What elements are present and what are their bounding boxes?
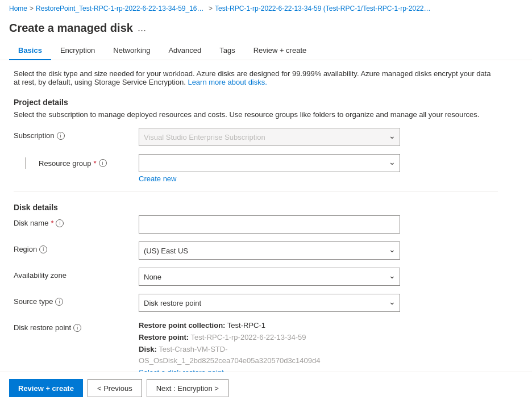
- source-type-info-icon[interactable]: i: [55, 298, 63, 306]
- region-select-wrapper: (US) East US: [139, 241, 400, 260]
- project-details-desc: Select the subscription to manage deploy…: [14, 110, 498, 119]
- more-options-icon[interactable]: ...: [138, 22, 146, 34]
- availability-zone-row: Availability zone None: [14, 268, 498, 286]
- breadcrumb-restore-point[interactable]: RestorePoint_Test-RPC-1-rp-2022-6-22-13-…: [36, 5, 206, 13]
- disk-restore-point-info: Restore point collection: Test-RPC-1 Res…: [139, 320, 400, 379]
- tab-basics[interactable]: Basics: [9, 41, 51, 60]
- resource-group-label-wrap: Resource group * i: [14, 154, 139, 169]
- subscription-row: Subscription i Visual Studio Enterprise …: [14, 128, 498, 146]
- disk-name-info-icon[interactable]: i: [56, 219, 64, 227]
- resource-group-info-icon[interactable]: i: [99, 159, 107, 167]
- main-content: Select the disk type and size needed for…: [0, 60, 512, 404]
- previous-button[interactable]: < Previous: [88, 379, 142, 397]
- page-description: Select the disk type and size needed for…: [14, 69, 498, 86]
- subscription-select[interactable]: Visual Studio Enterprise Subscription: [139, 128, 400, 146]
- tab-encryption[interactable]: Encryption: [51, 41, 104, 60]
- resource-group-row: Resource group * i Create new: [14, 154, 498, 183]
- source-type-label: Source type i: [14, 294, 139, 306]
- review-create-button[interactable]: Review + create: [9, 379, 83, 397]
- tab-networking[interactable]: Networking: [104, 41, 159, 60]
- breadcrumb: Home > RestorePoint_Test-RPC-1-rp-2022-6…: [0, 0, 532, 17]
- tab-tags[interactable]: Tags: [210, 41, 244, 60]
- tab-advanced[interactable]: Advanced: [159, 41, 210, 60]
- disk-name-input[interactable]: [139, 215, 400, 234]
- disk-restore-point-label: Disk restore point i: [14, 320, 139, 332]
- next-button[interactable]: Next : Encryption >: [147, 379, 228, 397]
- subscription-label: Subscription i: [14, 128, 139, 140]
- tab-bar: Basics Encryption Networking Advanced Ta…: [0, 35, 532, 60]
- tab-review-create[interactable]: Review + create: [244, 41, 316, 60]
- subscription-select-wrapper: Visual Studio Enterprise Subscription: [139, 128, 400, 146]
- section-divider: [14, 191, 498, 191]
- breadcrumb-rpc[interactable]: Test-RPC-1-rp-2022-6-22-13-34-59 (Test-R…: [215, 5, 431, 13]
- resource-group-select-wrapper: [139, 154, 400, 172]
- create-new-resource-group-link[interactable]: Create new: [139, 174, 176, 183]
- source-type-row: Source type i Disk restore point: [14, 294, 498, 312]
- disk-name-label: Disk name * i: [14, 215, 139, 227]
- learn-more-link[interactable]: Learn more about disks.: [188, 78, 267, 86]
- footer: Review + create < Previous Next : Encryp…: [0, 372, 532, 404]
- disk-restore-point-row: Disk restore point i Restore point colle…: [14, 320, 498, 379]
- breadcrumb-home[interactable]: Home: [9, 5, 27, 13]
- page-title: Create a managed disk: [9, 22, 133, 35]
- source-type-select-wrapper: Disk restore point: [139, 294, 400, 312]
- resource-group-select[interactable]: [139, 154, 400, 172]
- availability-zone-label: Availability zone: [14, 268, 139, 280]
- availability-zone-select-wrapper: None: [139, 268, 400, 286]
- disk-name-row: Disk name * i: [14, 215, 498, 234]
- source-type-select[interactable]: Disk restore point: [139, 294, 400, 312]
- availability-zone-select[interactable]: None: [139, 268, 400, 286]
- subscription-info-icon[interactable]: i: [57, 132, 65, 140]
- disk-details-title: Disk details: [14, 203, 498, 212]
- project-details-title: Project details: [14, 98, 498, 107]
- region-label: Region i: [14, 241, 139, 253]
- region-info-icon[interactable]: i: [39, 245, 47, 253]
- page-header: Create a managed disk ...: [0, 17, 532, 35]
- disk-restore-point-info-icon[interactable]: i: [73, 324, 81, 332]
- region-select[interactable]: (US) East US: [139, 241, 400, 260]
- region-row: Region i (US) East US: [14, 241, 498, 260]
